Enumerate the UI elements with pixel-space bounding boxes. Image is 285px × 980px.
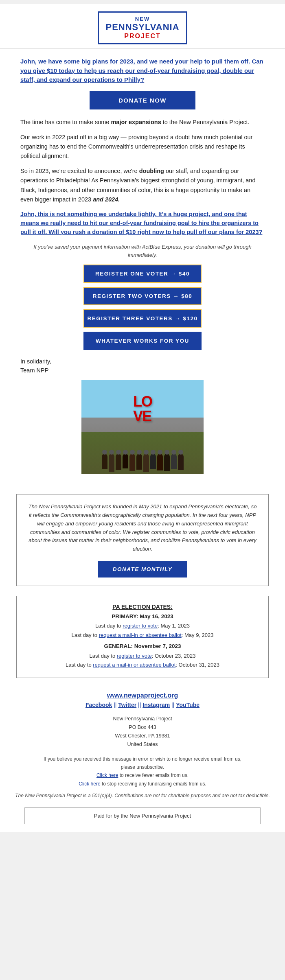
email-header: NEW PENNSYLVANIA PROJECT [0, 4, 285, 49]
register-three-button[interactable]: REGISTER THREE VOTERS → $120 [83, 309, 202, 328]
general-absentee-line: Last day to request a mail-in or absente… [28, 661, 257, 669]
unsubscribe-block: If you believe you received this message… [0, 755, 285, 788]
unsubscribe-fewer: Click here to receive fewer emails from … [0, 771, 285, 779]
click-here-fewer[interactable]: Click here [96, 772, 118, 778]
paragraph-3: So in 2023, we're excited to announce, w… [20, 166, 265, 204]
primary-register-line: Last day to register to vote: May 1, 202… [28, 622, 257, 630]
website-section: www.newpaproject.org Facebook || Twitter… [0, 688, 285, 715]
general-absentee-link[interactable]: request a mail-in or absentee ballot [93, 662, 175, 668]
para1-start: The time has come to make some [20, 119, 111, 125]
intro-link[interactable]: John, we have some big plans for 2023, a… [20, 57, 265, 85]
about-box: The New Pennsylvania Project was founded… [16, 494, 269, 586]
para3-start: So in 2023, we're excited to announce, w… [20, 168, 139, 174]
donate-monthly-button[interactable]: DONATE MONTHLY [98, 561, 187, 578]
address-block: New Pennsylvania Project PO Box 443 West… [0, 715, 285, 749]
address-line4: United States [0, 740, 285, 749]
para1-bold: major expansions [111, 119, 161, 125]
team-photo: LOVE [81, 380, 204, 474]
address-line3: West Chester, PA 19381 [0, 732, 285, 740]
general-register-line: Last day to register to vote: October 23… [28, 652, 257, 660]
unsubscribe-line1: If you believe you received this message… [0, 755, 285, 763]
general-label: GENERAL: November 7, 2023 [28, 642, 257, 650]
team-text: Team NPP [20, 367, 265, 374]
para1-end: to the New Pennsylvania Project. [161, 119, 250, 125]
tax-note: The New Pennsylvania Project is a 501(c)… [0, 792, 285, 799]
logo-pennsylvania: PENNSYLVANIA [105, 22, 179, 33]
social-links: Facebook || Twitter || Instagram || YouT… [0, 702, 285, 708]
paragraph-1: The time has come to make some major exp… [20, 118, 265, 127]
register-two-button[interactable]: REGISTER TWO VOTERS → $80 [83, 287, 202, 305]
election-box: PA ELECTION DATES: PRIMARY: May 16, 2023… [16, 596, 269, 678]
unsubscribe-fundraising: Click here to stop receiving any fundrai… [0, 780, 285, 788]
address-line2: PO Box 443 [0, 723, 285, 732]
solidarity-text: In solidarity, [20, 358, 265, 365]
cta-link[interactable]: John, this is not something we undertake… [20, 210, 265, 236]
primary-register-link[interactable]: register to vote [123, 623, 158, 629]
unsubscribe-line2: please unsubscribe. [0, 763, 285, 771]
logo: NEW PENNSYLVANIA PROJECT [98, 11, 187, 44]
para3-bold: doubling [139, 168, 164, 174]
paid-footer: Paid for by the New Pennsylvania Project [24, 807, 261, 824]
email-container: NEW PENNSYLVANIA PROJECT John, we have s… [0, 4, 285, 832]
primary-absentee-line: Last day to request a mail-in or absente… [28, 631, 257, 639]
register-one-button[interactable]: REGISTER ONE VOTER → $40 [83, 265, 202, 283]
logo-new: NEW [105, 16, 179, 22]
facebook-link[interactable]: Facebook [86, 702, 112, 708]
website-link[interactable]: www.newpaproject.org [0, 692, 285, 699]
donate-now-button[interactable]: DONATE NOW [90, 91, 195, 109]
twitter-link[interactable]: Twitter [118, 702, 136, 708]
general-register-link[interactable]: register to vote [117, 653, 152, 659]
about-text: The New Pennsylvania Project was founded… [28, 503, 257, 553]
primary-absentee-link[interactable]: request a mail-in or absentee ballot [99, 632, 182, 638]
paragraph-2: Our work in 2022 paid off in a big way —… [20, 133, 265, 161]
instagram-link[interactable]: Instagram [142, 702, 170, 708]
para3-bold-italic: and 2024. [93, 196, 120, 203]
youtube-link[interactable]: YouTube [176, 702, 200, 708]
primary-label: PRIMARY: May 16, 2023 [28, 612, 257, 621]
main-content: John, we have some big plans for 2023, a… [0, 49, 285, 494]
address-line1: New Pennsylvania Project [0, 715, 285, 723]
click-here-fundraising[interactable]: Click here [79, 781, 100, 787]
election-title: PA ELECTION DATES: [28, 604, 257, 610]
logo-project: PROJECT [105, 33, 179, 40]
actblue-note: If you've saved your payment information… [20, 243, 265, 259]
whatever-works-button[interactable]: WHATEVER WORKS FOR YOU [83, 332, 202, 350]
